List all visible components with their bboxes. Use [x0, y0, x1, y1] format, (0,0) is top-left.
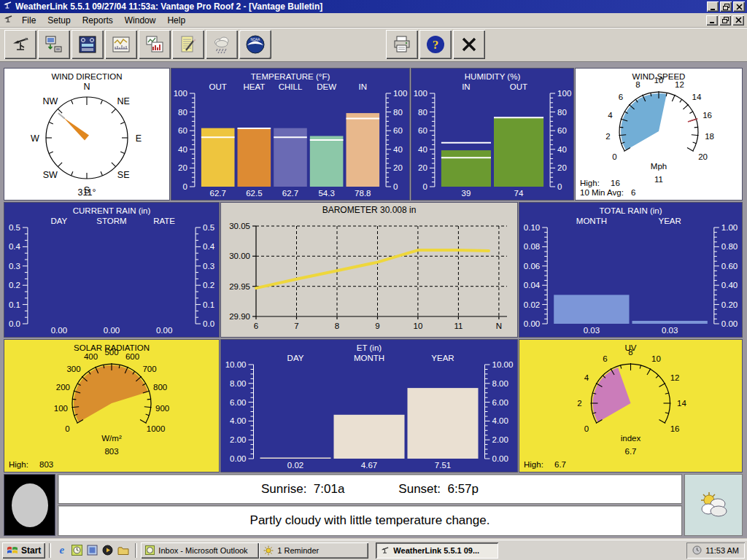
tray-clock-icon	[692, 545, 702, 555]
svg-text:803: 803	[104, 447, 118, 456]
toolbar-noaa-button[interactable]: NOAA	[239, 30, 271, 59]
svg-text:0.04: 0.04	[524, 281, 541, 289]
toolbar-bulletin-button[interactable]	[4, 30, 36, 59]
svg-text:29.90: 29.90	[229, 312, 250, 321]
forecast-icon-box	[684, 474, 743, 536]
bulletin-area: WIND DIRECTIONNNEESESSWWNW311° TEMPERATU…	[0, 62, 747, 538]
svg-text:W/m²: W/m²	[101, 434, 122, 443]
svg-text:HEAT: HEAT	[243, 82, 265, 91]
svg-text:80: 80	[557, 108, 567, 117]
start-label: Start	[21, 545, 41, 556]
svg-text:400: 400	[84, 352, 98, 361]
svg-text:TOTAL RAIN (in): TOTAL RAIN (in)	[599, 206, 662, 215]
child-minimize-button[interactable]	[706, 15, 718, 26]
close-x-icon	[460, 35, 479, 54]
task-button-reminder[interactable]: 1 Reminder	[259, 542, 368, 559]
svg-text:0.4: 0.4	[9, 242, 21, 251]
svg-text:14: 14	[692, 93, 702, 101]
toolbar-close-button[interactable]	[453, 30, 485, 59]
toolbar-rain-button[interactable]	[206, 30, 238, 59]
svg-text:DAY: DAY	[287, 354, 304, 362]
svg-text:TEMPERATURE (°F): TEMPERATURE (°F)	[251, 72, 330, 81]
svg-text:0.0: 0.0	[203, 319, 214, 328]
toolbar-summary-button[interactable]	[71, 30, 104, 59]
menu-item-setup[interactable]: Setup	[42, 14, 76, 27]
svg-text:54.3: 54.3	[318, 189, 334, 198]
svg-text:E: E	[136, 133, 142, 144]
partly-cloudy-icon	[697, 491, 730, 520]
moon-phase-panel	[4, 474, 55, 536]
svg-text:100: 100	[557, 89, 571, 98]
menu-item-reports[interactable]: Reports	[77, 14, 119, 27]
menu-item-window[interactable]: Window	[119, 14, 162, 27]
quicklaunch-ie-icon[interactable]: e	[55, 544, 69, 557]
quicklaunch-folder-icon[interactable]	[116, 544, 130, 557]
quicklaunch-app-icon[interactable]	[85, 544, 99, 557]
quicklaunch-outlook-icon[interactable]	[70, 544, 84, 557]
svg-text:BAROMETER 30.008 in: BAROMETER 30.008 in	[322, 205, 417, 215]
svg-text:8.00: 8.00	[230, 379, 246, 388]
svg-text:W: W	[31, 133, 39, 144]
task-button-outlook[interactable]: Inbox - Microsoft Outlook	[141, 542, 259, 559]
toolbar-print-button[interactable]	[386, 30, 418, 59]
svg-text:0.40: 0.40	[721, 281, 738, 289]
minimize-button[interactable]	[707, 1, 719, 12]
svg-text:500: 500	[104, 348, 118, 357]
svg-text:11: 11	[654, 175, 663, 184]
svg-text:0.1: 0.1	[9, 300, 20, 309]
svg-text:0: 0	[422, 182, 427, 191]
printer-icon	[392, 34, 412, 55]
svg-text:10.00: 10.00	[492, 360, 514, 369]
svg-text:16: 16	[670, 424, 680, 433]
plot-icon	[144, 34, 165, 55]
menu-item-file[interactable]: File	[16, 14, 42, 27]
svg-text:80: 80	[178, 108, 187, 117]
task-button-weatherlink[interactable]: WeatherLink 5.5.1 09...	[376, 542, 498, 559]
svg-text:MONTH: MONTH	[354, 354, 384, 362]
svg-text:2.00: 2.00	[492, 435, 508, 444]
restore-button[interactable]	[720, 1, 732, 12]
svg-text:DAY: DAY	[51, 217, 68, 225]
svg-text:0.00: 0.00	[721, 319, 738, 328]
svg-text:6: 6	[603, 354, 607, 363]
svg-text:ET (in): ET (in)	[357, 343, 382, 352]
svg-text:8: 8	[335, 322, 339, 330]
svg-text:14: 14	[677, 399, 686, 408]
toolbar-download-button[interactable]	[38, 30, 70, 59]
svg-text:YEAR: YEAR	[659, 217, 681, 225]
svg-text:N: N	[83, 82, 90, 92]
windows-logo-icon	[7, 545, 18, 556]
svg-text:0.5: 0.5	[203, 223, 214, 232]
svg-text:100: 100	[54, 404, 68, 413]
svg-text:4.67: 4.67	[361, 461, 377, 470]
svg-text:0.0: 0.0	[9, 319, 20, 328]
svg-text:78.8: 78.8	[355, 189, 371, 198]
window-title: WeatherLink 5.5.1 09/27/04 11:53a: Vanta…	[15, 1, 705, 12]
child-close-button[interactable]	[732, 15, 744, 26]
svg-text:62.5: 62.5	[246, 189, 262, 198]
svg-text:0.10: 0.10	[524, 223, 540, 232]
svg-text:0: 0	[557, 182, 562, 191]
start-button[interactable]: Start	[2, 542, 45, 559]
svg-text:40: 40	[393, 145, 403, 154]
quicklaunch-mediaplayer-icon[interactable]	[101, 544, 115, 557]
svg-text:YEAR: YEAR	[431, 354, 454, 362]
svg-text:10: 10	[654, 76, 664, 85]
toolbar-help-button[interactable]: ?	[419, 30, 452, 59]
svg-text:62.7: 62.7	[210, 189, 226, 198]
notes-icon	[178, 34, 198, 55]
taskbar-time: 11:53 AM	[705, 546, 739, 555]
svg-text:0.60: 0.60	[721, 262, 738, 271]
rain-cloud-icon	[212, 34, 232, 55]
toolbar-notes-button[interactable]	[172, 30, 204, 59]
toolbar-graph-button[interactable]	[105, 30, 137, 59]
menu-item-help[interactable]: Help	[161, 14, 191, 27]
svg-text:8: 8	[635, 80, 640, 89]
svg-text:OUT: OUT	[510, 82, 527, 91]
svg-text:0.02: 0.02	[287, 461, 303, 470]
svg-text:20: 20	[557, 163, 567, 172]
svg-text:NE: NE	[117, 96, 130, 106]
child-restore-button[interactable]	[719, 15, 731, 26]
close-button[interactable]	[733, 1, 745, 12]
toolbar-plot-button[interactable]	[139, 30, 171, 59]
